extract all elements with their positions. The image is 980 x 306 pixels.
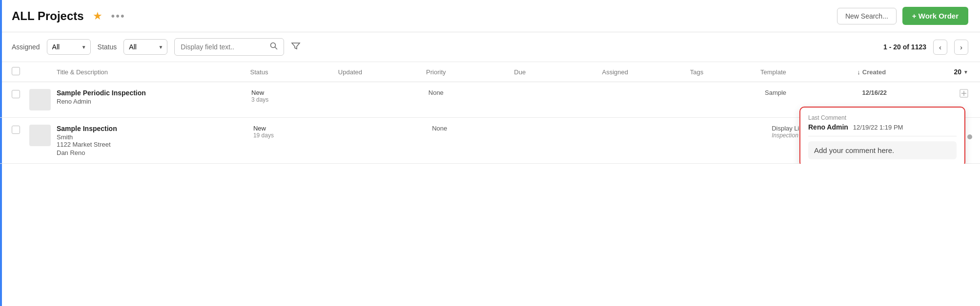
assigned-select[interactable]: All: [47, 39, 91, 55]
row2-title-cell: Sample Inspection Smith 1122 Market Stre…: [57, 125, 253, 156]
comment-author: Reno Admin: [808, 123, 848, 131]
header-created-col[interactable]: ↓ Created: [857, 68, 954, 76]
header-status-col[interactable]: Status: [250, 68, 338, 76]
pagination-prev-button[interactable]: ‹: [933, 40, 947, 55]
row1-subtitle: Reno Admin: [57, 98, 251, 105]
header-check-col: [12, 67, 29, 77]
row1-title[interactable]: Sample Periodic Inspection: [57, 89, 251, 97]
row2-priority: None: [432, 125, 521, 132]
svg-line-1: [275, 47, 277, 49]
row2-check[interactable]: [12, 125, 29, 135]
filter-bar: Assigned All Status All 1 - 20 of 1123 ‹…: [0, 32, 980, 62]
table-header: Title & Description Status Updated Prior…: [0, 62, 980, 82]
row2-title[interactable]: Sample Inspection: [57, 125, 253, 132]
more-options-icon[interactable]: •••: [111, 10, 125, 22]
comment-date: 12/19/22 1:19 PM: [853, 124, 903, 131]
header-priority-col[interactable]: Priority: [426, 68, 514, 76]
comment-popup-label: Last Comment: [808, 114, 957, 121]
funnel-icon: [291, 41, 301, 51]
row2-thumbnail: [29, 125, 57, 146]
new-search-button[interactable]: New Search...: [837, 8, 897, 24]
row1-action-icon[interactable]: [960, 89, 968, 98]
comment-popup: Last Comment Reno Admin 12/19/22 1:19 PM…: [799, 107, 965, 164]
row2-status-cell: New 19 days: [253, 125, 343, 139]
header-checkbox[interactable]: [12, 67, 20, 75]
header-due-col[interactable]: Due: [514, 68, 602, 76]
row1-template: Sample: [765, 89, 862, 96]
per-page-arrow-icon: ▼: [963, 69, 968, 75]
header-assigned-col[interactable]: Assigned: [602, 68, 690, 76]
pagination-info: 1 - 20 of 1123: [883, 43, 926, 51]
search-box[interactable]: [174, 38, 284, 56]
header-title-col[interactable]: Title & Description: [57, 68, 250, 76]
page-header: ALL Projects ★ ••• New Search... + Work …: [0, 0, 980, 32]
row1-status-days: 3 days: [251, 96, 340, 103]
header-tags-col[interactable]: Tags: [690, 68, 760, 76]
page-title: ALL Projects: [12, 9, 84, 23]
table-row: Sample Periodic Inspection Reno Admin Ne…: [0, 82, 980, 118]
per-page-number: 20: [954, 68, 962, 76]
row1-title-cell: Sample Periodic Inspection Reno Admin: [57, 89, 251, 105]
row2-status: New: [253, 125, 343, 132]
row1-created: 12/16/22: [862, 89, 960, 96]
filter-funnel-button[interactable]: [291, 41, 301, 53]
comment-text[interactable]: Add your comment here.: [808, 141, 957, 159]
star-icon[interactable]: ★: [93, 10, 102, 22]
comment-popup-header: Reno Admin 12/19/22 1:19 PM: [808, 123, 957, 131]
row2-person: Dan Reno: [57, 149, 253, 156]
assigned-label: Assigned: [12, 43, 40, 51]
header-updated-col[interactable]: Updated: [338, 68, 426, 76]
assigned-select-wrapper[interactable]: All: [47, 39, 91, 55]
status-select-wrapper[interactable]: All: [123, 39, 167, 55]
row1-status: New: [251, 89, 340, 96]
search-input[interactable]: [181, 43, 266, 51]
row2-thumb-image: [29, 125, 51, 146]
status-label: Status: [98, 43, 117, 51]
row1-actions: [960, 89, 968, 98]
search-icon: [270, 42, 278, 50]
row2-address: 1122 Market Street: [57, 141, 253, 148]
status-select[interactable]: All: [123, 39, 167, 55]
per-page-selector[interactable]: 20 ▼: [954, 68, 968, 76]
header-created-label: Created: [862, 68, 886, 76]
comment-divider: [808, 136, 957, 136]
row1-priority: None: [429, 89, 517, 96]
pagination-next-button[interactable]: ›: [954, 40, 968, 55]
search-icon-button[interactable]: [270, 42, 278, 52]
row1-status-cell: New 3 days: [251, 89, 340, 103]
sort-arrow-icon: ↓: [857, 68, 860, 76]
row1-thumbnail: [29, 89, 57, 110]
row1-check[interactable]: [12, 89, 29, 100]
comment-dot-indicator: [967, 134, 972, 139]
row1-thumb-image: [29, 89, 51, 110]
row2-checkbox[interactable]: [12, 126, 20, 134]
row2-subtitle: Smith: [57, 133, 253, 141]
header-template-col[interactable]: Template: [760, 68, 857, 76]
work-order-button[interactable]: + Work Order: [902, 7, 968, 25]
row2-status-days: 19 days: [253, 132, 343, 139]
row1-checkbox[interactable]: [12, 90, 20, 98]
